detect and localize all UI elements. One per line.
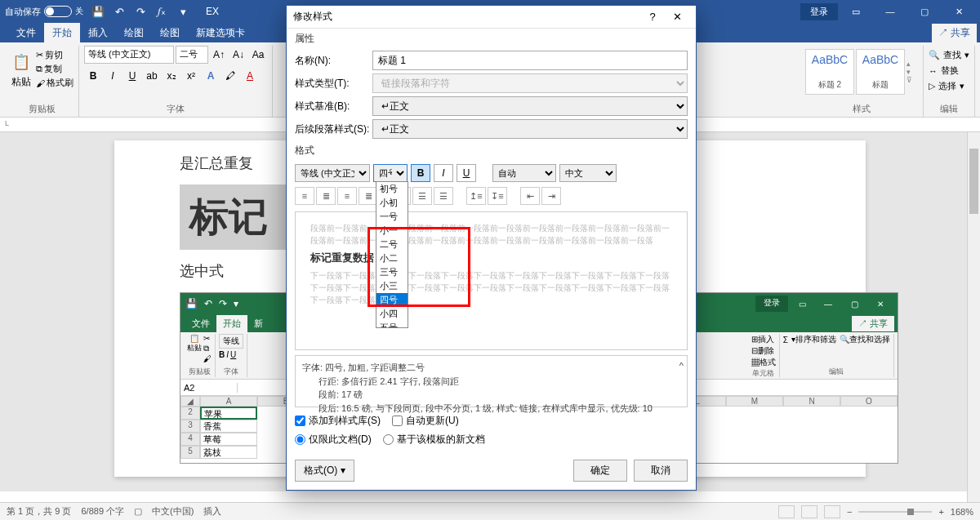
size-option-selected[interactable]: 四号 (376, 293, 408, 307)
addto-gallery-check[interactable]: 添加到样式库(S) (295, 414, 381, 428)
view-read-icon[interactable] (778, 505, 795, 518)
excel-redo-icon[interactable]: ↷ (219, 298, 227, 309)
paste-button[interactable]: 📋 粘贴 (10, 46, 33, 89)
size-option[interactable]: 初号 (376, 182, 408, 196)
excel-find-button[interactable]: 🔍查找和选择 (840, 334, 890, 345)
view-print-icon[interactable] (801, 505, 817, 518)
excel-col-header[interactable]: M (726, 396, 783, 407)
status-page[interactable]: 第 1 页，共 9 页 (7, 505, 71, 518)
excel-close-icon[interactable]: ✕ (868, 296, 893, 312)
excel-col-header[interactable]: N (783, 396, 840, 407)
ribbon-options-icon[interactable]: ▭ (840, 0, 872, 23)
zoom-out-icon[interactable]: − (847, 507, 852, 517)
status-mode[interactable]: 插入 (203, 505, 221, 518)
find-button[interactable]: 🔍查找 ▾ (929, 49, 969, 61)
text-effects-button[interactable]: A (202, 67, 220, 85)
dialog-font-select[interactable]: 等线 (中文正文) (295, 164, 370, 182)
tab-home[interactable]: 开始 (44, 23, 80, 43)
style-name-input[interactable] (372, 51, 688, 70)
excel-row-header[interactable]: 3 (180, 420, 200, 433)
status-lang[interactable]: 中文(中国) (152, 505, 194, 518)
excel-namebox[interactable]: A2 (180, 383, 238, 393)
formatpainter-button[interactable]: 🖌 格式刷 (36, 77, 74, 89)
size-option[interactable]: 一号 (376, 210, 408, 224)
style-title[interactable]: AaBbC 标题 (856, 49, 905, 95)
save-icon[interactable]: 💾 (91, 5, 105, 18)
font-name-select[interactable]: 等线 (中文正文) (84, 46, 174, 64)
dialog-bold-button[interactable]: B (411, 164, 430, 182)
excel-copy-icon[interactable]: ⧉ (203, 344, 212, 353)
template-radio[interactable]: 基于该模板的新文档 (383, 433, 485, 447)
zoom-level[interactable]: 168% (951, 507, 973, 517)
style-next-select[interactable]: ↵正文 (372, 119, 688, 139)
shrink-font-icon[interactable]: A↓ (229, 46, 247, 64)
excel-underline-button[interactable]: U (230, 350, 236, 359)
minimize-icon[interactable]: — (874, 0, 906, 23)
linespacing-2-icon[interactable]: ☰ (434, 187, 453, 205)
autosave-toggle[interactable] (44, 6, 72, 17)
excel-cell[interactable]: 香蕉 (200, 420, 257, 433)
superscript-button[interactable]: x² (182, 67, 200, 85)
autoupdate-check[interactable]: 自动更新(U) (392, 414, 459, 428)
replace-button[interactable]: ↔替换 (929, 64, 969, 77)
dialog-lang-select[interactable]: 中文 (559, 164, 617, 182)
excel-insert-button[interactable]: ⊞插入 (751, 334, 774, 345)
status-spellcheck-icon[interactable]: ▢ (134, 506, 142, 517)
thisdoc-radio[interactable]: 仅限此文档(D) (295, 433, 372, 447)
thisdoc-radio-input[interactable] (295, 434, 305, 445)
align-right-icon[interactable]: ≡ (337, 187, 357, 205)
qat-more-icon[interactable]: ▾ (176, 5, 189, 18)
tab-newtab[interactable]: 新建选项卡 (188, 23, 253, 43)
styles-more[interactable]: ▴▾⊽ (906, 49, 918, 95)
excel-sort-button[interactable]: ▾排序和筛选 (791, 334, 836, 345)
copy-button[interactable]: ⧉ 复制 (36, 63, 74, 75)
excel-save-icon[interactable]: 💾 (185, 298, 198, 309)
excel-cell[interactable]: 苹果 (200, 407, 257, 420)
font-color-button[interactable]: A (241, 67, 259, 85)
undo-icon[interactable]: ↶ (113, 5, 126, 18)
excel-ribbon-options-icon[interactable]: ▭ (790, 296, 814, 312)
tab-insert[interactable]: 插入 (80, 23, 116, 43)
autoupdate-checkbox[interactable] (392, 416, 403, 426)
excel-brush-icon[interactable]: 🖌 (203, 354, 212, 363)
excel-undo-icon[interactable]: ↶ (204, 298, 212, 309)
close-icon[interactable]: ✕ (942, 0, 975, 23)
vertical-scrollbar[interactable] (967, 132, 980, 502)
excel-tab-new[interactable]: 新 (247, 315, 270, 332)
autosave[interactable]: 自动保存 关 (5, 6, 83, 18)
tab-draw[interactable]: 绘图 (116, 23, 152, 43)
size-option[interactable]: 二号 (376, 238, 408, 251)
linespacing-15-icon[interactable]: ☰ (412, 187, 432, 205)
excel-bold-button[interactable]: B (219, 350, 225, 359)
size-option[interactable]: 小初 (376, 196, 408, 210)
cut-button[interactable]: ✂ 剪切 (36, 49, 74, 61)
dialog-titlebar[interactable]: 修改样式 ? ✕ (287, 6, 696, 29)
excel-italic-button[interactable]: I (226, 350, 229, 359)
align-left-icon[interactable]: ≡ (295, 187, 314, 205)
subscript-button[interactable]: x₂ (163, 67, 180, 85)
excel-row-header[interactable]: 2 (180, 407, 200, 420)
align-center-icon[interactable]: ≣ (316, 187, 336, 205)
excel-font-select[interactable]: 等线 (219, 334, 243, 349)
italic-button[interactable]: I (104, 67, 122, 85)
dialog-size-select[interactable]: 四号 (373, 164, 408, 182)
excel-tab-file[interactable]: 文件 (185, 315, 216, 332)
bold-button[interactable]: B (84, 67, 102, 85)
view-web-icon[interactable] (824, 505, 840, 518)
excel-cell[interactable]: 荔枝 (200, 446, 257, 459)
excel-format-button[interactable]: ▦格式 (751, 357, 776, 368)
status-words[interactable]: 6/889 个字 (81, 505, 124, 518)
style-heading2[interactable]: AaBbC 标题 2 (805, 49, 854, 95)
excel-row-header[interactable]: 4 (180, 433, 200, 446)
excel-share-button[interactable]: ↗ 共享 (852, 316, 894, 331)
excel-row-header[interactable]: 5 (180, 446, 200, 459)
scrollbar-thumb[interactable] (969, 149, 978, 214)
excel-minimize-icon[interactable]: — (816, 296, 840, 312)
maximize-icon[interactable]: ▢ (908, 0, 941, 23)
size-option[interactable]: 小三 (376, 279, 408, 293)
size-option[interactable]: 小二 (376, 251, 408, 265)
indent-inc-icon[interactable]: ⇥ (541, 187, 561, 205)
excel-paste-button[interactable]: 📋粘贴 (187, 334, 202, 363)
size-option[interactable]: 三号 (376, 265, 408, 279)
share-button[interactable]: ↗ 共享 (932, 24, 977, 42)
